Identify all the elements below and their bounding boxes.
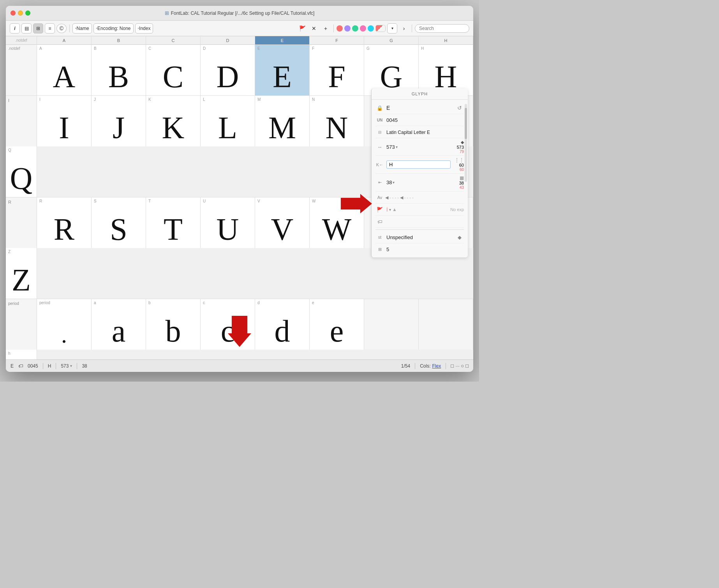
cell-R[interactable]: R R [37,197,92,248]
color-pink[interactable] [360,25,366,32]
char-b: b [166,315,181,347]
status-cols: Cols: Flex [420,363,441,369]
width-dropdown-arrow[interactable]: ▾ [396,145,398,149]
label-B: B [94,46,97,51]
cell-E[interactable]: E E [255,45,310,95]
status-cols-value[interactable]: Flex [432,363,441,369]
cell-C[interactable]: C C [146,45,201,95]
label-e: e [312,301,314,305]
single-col-view-button[interactable]: ▤ [21,23,32,33]
list-view-button[interactable]: ≡ [45,23,55,33]
label-W: W [312,199,315,203]
cell-U[interactable]: U U [201,197,255,248]
label-d: d [257,301,260,305]
lsb-icon: ⇤ [375,178,384,187]
cell-d[interactable]: d d [255,299,310,350]
category-value: Unspecified [386,234,413,240]
status-class-value: H [48,363,51,369]
lsb-dropdown-arrow[interactable]: ▾ [393,180,395,185]
cell-a[interactable]: a a [92,299,146,350]
cell-F[interactable]: F F [310,45,364,95]
width-dropdown-status[interactable]: ▾ [70,364,72,368]
minimize-button[interactable] [18,11,23,16]
encoding-button[interactable]: ▫ Encoding: None [93,23,134,33]
scrollbar-thumb[interactable] [465,108,467,139]
cell-N[interactable]: N N [310,96,364,146]
cell-S[interactable]: S S [92,197,146,248]
add-flag-button[interactable]: + [321,23,331,33]
glyph-panel-title: GLYPH [372,88,468,100]
cell-H[interactable]: H H [419,45,473,95]
label-F: F [312,46,314,51]
cell-V[interactable]: V V [255,197,310,248]
flag-button[interactable]: 🚩 [298,25,307,32]
cell-e[interactable]: e e [310,299,364,350]
cell-A[interactable]: A A [37,45,92,95]
cell-I[interactable]: I I [37,96,92,146]
cell-empty-g[interactable] [419,299,473,350]
search-input[interactable] [415,24,469,33]
flag-dropdown-arrow[interactable]: ▾ [389,208,391,212]
glyph-panel: GLYPH 🔒 E ↺ UN 0045 [371,88,468,257]
header-B: B [92,36,146,45]
close-button[interactable] [11,11,16,16]
char-V: V [271,214,294,245]
cell-D[interactable]: D D [201,45,255,95]
color-purple[interactable] [344,25,351,32]
cell-G[interactable]: G G [364,45,419,95]
status-cols-label: Cols: [420,363,430,369]
close-flag-button[interactable]: ✕ [309,23,319,33]
cell-M[interactable]: M M [255,96,310,146]
cell-empty-f[interactable] [364,299,419,350]
cell-b[interactable]: b b [146,299,201,350]
grid-view-button[interactable]: ⊞ [33,23,43,33]
glyph-name-field[interactable]: E [386,105,453,111]
width-num-sub: 79 [460,150,464,154]
name-button[interactable]: ▫ Name [72,23,92,33]
cell-J[interactable]: J J [92,96,146,146]
width-field[interactable]: 573 ▾ [386,144,455,150]
category-icon: st [375,233,384,241]
maximize-button[interactable] [25,11,30,16]
info-button[interactable]: i [10,23,20,33]
currency-button[interactable]: © [56,24,67,33]
index-button[interactable]: ▫ Index [135,23,153,33]
color-red[interactable] [337,25,343,32]
cell-L[interactable]: L L [201,96,255,146]
index-label: Index [139,26,150,31]
char-R: R [54,214,74,245]
reset-name-button[interactable]: ↺ [455,104,464,112]
cell-B[interactable]: B B [92,45,146,95]
cell-Q[interactable]: Q Q [6,146,37,197]
char-c: c [221,315,235,347]
label-c: c [203,301,205,305]
kerning-input[interactable] [386,160,451,169]
color-cyan[interactable] [368,25,374,32]
cell-Z[interactable]: Z Z [6,248,37,299]
label-period: period [39,301,50,305]
cell-h[interactable]: h h [6,350,37,359]
cell-period[interactable]: period . [37,299,92,350]
cell-c[interactable]: c c [201,299,255,350]
cell-notdef[interactable]: .notdef [6,45,37,95]
header-G: G [364,36,419,45]
label-H: H [421,46,424,51]
row-label-I: I [6,96,37,146]
nav-forward-button[interactable]: › [399,23,409,33]
width-value: 573 [386,144,395,150]
color-dropdown[interactable]: ▾ [387,23,397,33]
slash-color-button[interactable] [375,25,386,32]
view-slider-icon[interactable]: ○ [461,363,464,369]
scrollbar[interactable] [465,104,467,182]
cell-W[interactable]: W W [310,197,364,248]
color-green[interactable] [352,25,358,32]
status-width[interactable]: 573 ▾ [61,363,72,369]
tags-icon: 🏷 [375,217,384,226]
kerning-field[interactable] [386,160,451,169]
flag-color-section[interactable]: / ▾ ▲ [386,206,397,213]
cell-T[interactable]: T T [146,197,201,248]
lsb-field[interactable]: 38 ▾ [386,180,455,185]
char-Z: Z [12,264,31,296]
cell-K[interactable]: K K [146,96,201,146]
grid-column-headers: .notdef A B C D E F G H [6,36,473,45]
